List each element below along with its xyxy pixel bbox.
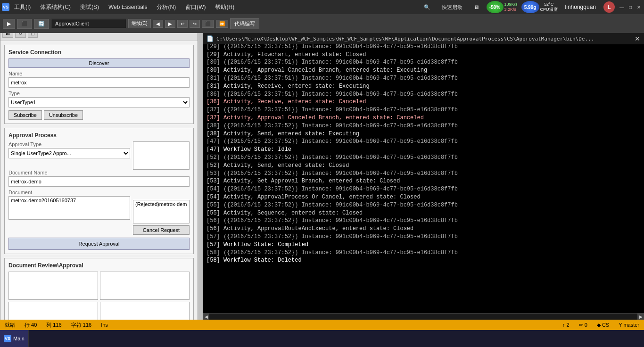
speed-up: 139K/s [504,2,518,7]
toolbar-btn-2[interactable]: ⬛ [17,19,32,29]
taskbar-vs-label: Main [13,336,25,341]
menu-window[interactable]: 窗口(W) [181,1,210,13]
top-right-area: 🔍 快速启动 🖥 -50% 139K/s 3.2K/s 5.99g 52°C C… [420,1,642,13]
approval-process-title: Approval Process [8,132,190,139]
memory-badge: 5.99g [521,1,539,13]
menu-web-essentials[interactable]: Web Essentials [104,2,152,12]
window-controls-top: — □ ✕ [619,4,642,10]
menu-architecture[interactable]: 体系结构(C) [35,1,75,13]
request-approval-row: Request Approval [8,238,190,250]
filepath-bar: 📄 C:\Users\MetroX\Desktop\WF_WCF_Samples… [203,33,644,44]
terminal-line: [36] Activity, Receive, entered state: C… [206,98,640,106]
service-connection-section: Service Connection Discover Name Type Us… [4,45,194,124]
subscribe-btn[interactable]: Subscribe [8,110,42,120]
service-connection-title: Service Connection [8,49,190,56]
review-grid [8,272,190,325]
address-input[interactable] [51,19,126,28]
terminal-line: [36] ({2016/5/15 23:37:51}) Instance: 99… [206,91,640,99]
terminal-line: [56] Activity, ApprovalRouteAndExecute, … [206,225,640,233]
menu-analyze[interactable]: 分析(N) [152,1,181,13]
user-avatar: L [603,1,615,13]
terminal-line: [53] ({2016/5/15 23:37:52}) Instance: 99… [206,170,640,178]
approval-type-select[interactable]: Single UserType2 Appro... [8,148,130,158]
terminal-line: [55] ({2016/5/15 23:37:52}) Instance: 99… [206,201,640,209]
discover-btn[interactable]: Discover [8,58,190,68]
terminal-line: [53] Activity, Get Approval Branch, ente… [206,177,640,185]
status-branch: Y master [616,322,642,328]
approval-type-preview [133,141,190,170]
terminal-line: [37] ({2016/5/15 23:37:51}) Instance: 99… [206,106,640,114]
cancel-request-btn[interactable]: Cancel Request [133,225,190,235]
approval-process-section: Approval Process Approval Type Single Us… [4,128,194,254]
terminal-line: [31] Activity, Receive, entered state: E… [206,83,640,91]
menu-test[interactable]: 测试(S) [75,1,104,13]
terminal-line: [58] ({2016/5/15 23:37:52}) Instance: 99… [206,249,640,257]
terminal-line: [38] Activity, Send, entered state: Exec… [206,130,640,138]
terminal-line: [57] ({2016/5/15 23:37:52}) Instance: 99… [206,233,640,241]
quick-launch-label: 🔍 [420,4,434,10]
continue-btn[interactable]: 继续(C) [128,19,151,28]
app-icon: VS [2,3,9,11]
review-box-1 [8,272,98,300]
terminal-line: [54] Activity, ApprovalProcess Or Cancel… [206,193,640,201]
toolbar-btn-3[interactable]: 🔄 [34,19,49,29]
type-group: Type UserType1 [8,91,190,107]
menu-help[interactable]: 帮助(H) [210,1,239,13]
code-btn[interactable]: 代码编写 [230,18,259,29]
terminal-line: [56] ({2016/5/15 23:37:52}) Instance: 99… [206,217,640,225]
code-btn-label: 代码编写 [234,20,255,27]
terminal-line: [47] ({2016/5/15 23:37:52}) Instance: 99… [206,138,640,146]
nav-r1[interactable]: ⬛ [202,20,214,28]
document-row: Document metrox-demo201605160737 (Reject… [8,190,190,235]
status-row: 行 40 [22,322,40,329]
status-bar: 就绪 行 40 列 116 字符 116 Ins ↑ 2 ✏ 0 ◆ CS Y … [0,320,644,330]
window-content: Service Connection Discover Name Type Us… [0,41,198,325]
doc-name-input[interactable] [8,176,190,187]
taskbar-left: VS Main [0,330,644,347]
restore-btn-top[interactable]: □ [627,4,634,10]
hscroll-right-btn[interactable]: ▶ [637,314,644,320]
status-arrow-up: ↑ 2 [560,322,572,328]
status-pencil: ✏ 0 [576,322,590,328]
status-cs: ◆ CS [594,322,612,328]
request-approval-btn[interactable]: Request Approval [8,238,190,250]
terminal-line: [30] ({2016/5/15 23:37:51}) Instance: 99… [206,58,640,66]
terminal-line: [37] Activity, Approval Canceled Branch,… [206,114,640,122]
terminal-line: [57] Workflow State: Completed [206,241,640,249]
unsubscribe-btn[interactable]: Unsubscribe [44,110,83,120]
nav-next[interactable]: ▶ [165,20,175,28]
filepath-close-btn[interactable]: ✕ [635,35,640,42]
type-select[interactable]: UserType1 [8,97,190,107]
close-btn-top[interactable]: ✕ [636,4,642,10]
menu-tools[interactable]: 工具(I) [9,1,35,13]
user-label: linhongquan [561,4,600,10]
minimize-btn-top[interactable]: — [619,4,625,10]
approval-type-row: Approval Type Single UserType2 Appro... [8,141,190,170]
nav-r2[interactable]: ⏩ [216,20,228,28]
name-input[interactable] [8,77,190,88]
terminal-line: [38] ({2016/5/15 23:37:52}) Instance: 99… [206,122,640,130]
quick-launch-text[interactable]: 快速启动 [438,4,466,11]
system-monitor: -50% 139K/s 3.2K/s 5.99g 52°C CPU温度 [487,1,558,13]
nav-prev[interactable]: ◀ [153,20,163,28]
hscroll-left-btn[interactable]: ◀ [203,314,209,320]
status-col: 列 116 [43,322,64,329]
nav-forward[interactable]: ↪ [190,20,200,28]
terminal-line: [31] ({2016/5/15 23:37:51}) Instance: 99… [206,74,640,83]
temperature-box: 52°C CPU温度 [540,2,558,12]
hscroll-track[interactable] [209,314,637,320]
document-area[interactable]: metrox-demo201605160737 [8,196,130,220]
document-review-section: Document Review\Approval Approve Reject [4,258,194,325]
name-label: Name [8,71,190,76]
temp-value: 52°C [544,2,553,7]
rejected-area[interactable]: (Rejected)metrox-dem [133,200,190,223]
taskbar-item-vs[interactable]: VS Main [0,330,29,347]
toolbar-btn-1[interactable]: ▶ [3,19,15,29]
nav-back[interactable]: ↩ [177,20,188,28]
filepath-icon: 📄 [206,35,214,42]
filepath-text: C:\Users\MetroX\Desktop\WF_WCF_Samples\W… [216,36,594,42]
monitor-icon: 🖥 [470,4,483,10]
doc-name-group: Document Name [8,170,190,187]
terminal-window[interactable]: [28] Activity, SingleApproval, entered s… [203,33,644,320]
review-box-2 [100,272,190,300]
